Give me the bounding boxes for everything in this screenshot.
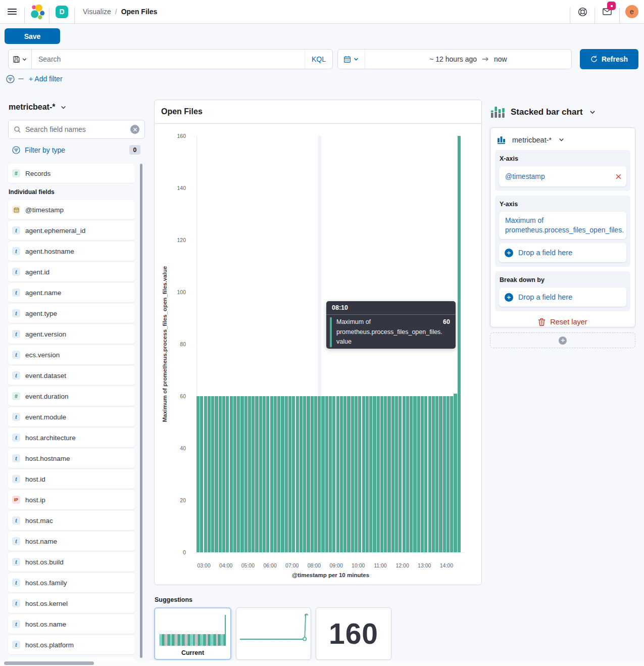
add-layer-button[interactable] [490,332,635,348]
bar[interactable] [377,396,380,552]
bar[interactable] [300,396,303,552]
bar[interactable] [233,396,236,552]
bar[interactable] [458,136,461,552]
bar[interactable] [343,396,346,552]
bar[interactable] [237,396,240,552]
bar[interactable] [410,396,413,552]
bar[interactable] [347,396,350,552]
menu-icon[interactable] [0,0,24,23]
bar[interactable] [439,396,442,552]
bar[interactable] [391,396,394,552]
field-item-host.ip[interactable]: IPhost.ip [8,490,135,509]
space-selector[interactable]: D [49,0,74,23]
field-item-agent.version[interactable]: tagent.version [8,324,135,344]
field-item-event.dataset[interactable]: tevent.dataset [8,366,135,385]
field-item-event.module[interactable]: tevent.module [8,407,135,426]
bar[interactable] [281,396,284,552]
field-item-host.os.build[interactable]: thost.os.build [8,552,135,572]
bar[interactable] [403,396,406,552]
field-search-input[interactable] [25,125,130,133]
break-down-drop-target[interactable]: Drop a field here [499,288,626,307]
field-item-host.os.name[interactable]: thost.os.name [8,614,135,634]
bar[interactable] [255,396,258,552]
bar[interactable] [450,396,453,552]
bar[interactable] [292,396,295,552]
field-item-host.architecture[interactable]: thost.architecture [8,428,135,447]
breadcrumb-visualize[interactable]: Visualize [83,8,111,16]
bar[interactable] [355,396,358,552]
user-menu-button[interactable]: e [620,0,644,23]
bar[interactable] [424,396,427,552]
bar[interactable] [263,396,266,552]
field-item-records[interactable]: # Records [8,164,135,183]
bar[interactable] [288,396,291,552]
bar[interactable] [369,396,372,552]
field-item-agent.name[interactable]: tagent.name [8,283,135,302]
bar[interactable] [406,396,409,552]
bar[interactable] [215,396,218,552]
help-button[interactable] [570,0,595,23]
bar[interactable] [248,396,251,552]
bar[interactable] [340,396,343,552]
bar[interactable] [435,396,438,552]
bar[interactable] [311,396,314,552]
saved-query-menu-button[interactable] [9,50,32,69]
bar[interactable] [314,396,317,552]
save-button[interactable]: Save [5,28,60,44]
date-range[interactable]: ~ 12 hours ago now [365,55,571,63]
bar[interactable] [366,396,369,552]
bar[interactable] [413,396,416,552]
bar[interactable] [307,396,310,552]
index-pattern-switcher[interactable]: metricbeat-* [9,103,67,112]
bar[interactable] [321,396,324,552]
bar[interactable] [384,396,387,552]
elastic-logo[interactable] [25,0,49,23]
y-axis-drop-target[interactable]: Drop a field here [499,243,626,262]
query-language-button[interactable]: KQL [305,50,332,69]
field-item-host.mac[interactable]: thost.mac [8,511,135,530]
bar[interactable] [417,396,420,552]
bar[interactable] [208,396,211,552]
bar[interactable] [244,396,247,552]
date-to[interactable]: now [494,55,507,63]
x-axis-dimension[interactable]: @timestamp [499,166,626,186]
bar[interactable] [266,396,269,552]
space-badge[interactable]: D [56,6,68,18]
bar[interactable] [454,394,457,552]
suggestion-metric[interactable]: 160 [316,607,391,660]
bar[interactable] [270,396,273,552]
field-item-host.hostname[interactable]: thost.hostname [8,449,135,468]
bar[interactable] [432,396,435,552]
bar[interactable] [362,396,365,552]
search-input[interactable] [32,50,305,69]
bar[interactable] [380,396,383,552]
field-item-agent.ephemeral_id[interactable]: tagent.ephemeral_id [8,221,135,240]
bar[interactable] [240,396,243,552]
bar[interactable] [395,396,398,552]
bar[interactable] [351,396,354,552]
y-axis-dimension[interactable]: Maximum of prometheus.process_files_open… [499,212,626,239]
bar[interactable] [399,396,402,552]
horizontal-scrollbar[interactable] [4,661,94,665]
bar[interactable] [447,396,450,552]
bar[interactable] [296,396,299,552]
bar[interactable] [387,396,390,552]
field-item-@timestamp[interactable]: @timestamp [8,200,135,219]
field-item-host.name[interactable]: thost.name [8,532,135,551]
field-item-ecs.version[interactable]: tecs.version [8,345,135,364]
field-item-host.os.kernel[interactable]: thost.os.kernel [8,594,135,613]
remove-dimension-button[interactable] [615,173,622,180]
reset-layer-button[interactable]: Reset layer [495,318,630,326]
date-quick-select-button[interactable] [338,50,365,69]
field-item-host.id[interactable]: thost.id [8,469,135,489]
bar[interactable] [196,396,200,552]
field-item-host.os.platform[interactable]: thost.os.platform [8,635,135,654]
add-filter-button[interactable]: + Add filter [29,75,63,83]
bar[interactable] [204,396,207,552]
refresh-button[interactable]: Refresh [580,49,638,69]
bar[interactable] [277,396,280,552]
bar[interactable] [303,396,306,552]
bar[interactable] [329,396,332,552]
filter-by-type-button[interactable]: Filter by type [25,146,65,154]
bar[interactable] [259,396,262,552]
